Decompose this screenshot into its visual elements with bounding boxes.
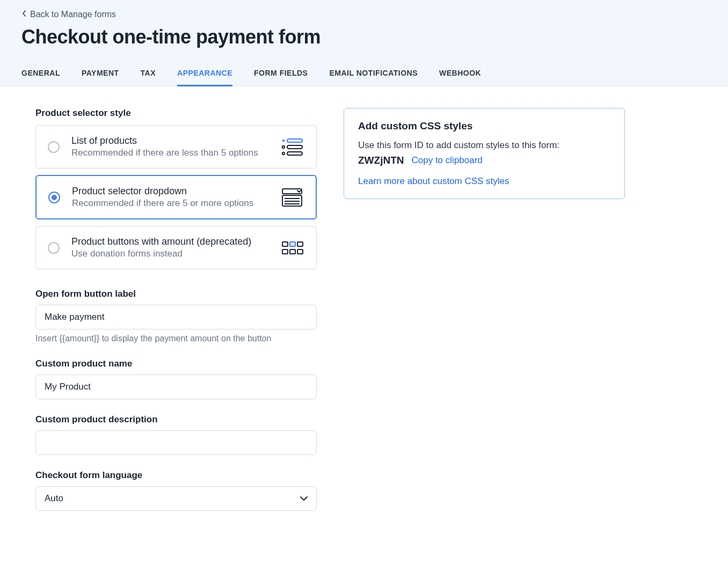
svg-rect-16 xyxy=(297,250,303,254)
tab-form-fields[interactable]: FORM FIELDS xyxy=(254,63,308,86)
open-form-button-help: Insert {{amount}} to display the payment… xyxy=(35,334,317,343)
checkout-language-label: Checkout form language xyxy=(35,470,317,481)
dropdown-style-icon xyxy=(280,188,304,207)
svg-rect-11 xyxy=(282,242,288,246)
checkout-language-value: Auto xyxy=(45,493,63,504)
svg-point-4 xyxy=(282,152,285,154)
radio-icon xyxy=(48,141,60,153)
custom-product-description-input[interactable] xyxy=(35,430,317,455)
svg-point-0 xyxy=(282,139,285,141)
tab-webhook[interactable]: WEBHOOK xyxy=(439,63,481,86)
option-title: Product selector dropdown xyxy=(72,186,268,197)
svg-rect-1 xyxy=(287,139,302,142)
product-selector-style-label: Product selector style xyxy=(35,108,317,119)
open-form-button-input[interactable] xyxy=(35,305,317,329)
radio-icon xyxy=(48,242,60,254)
svg-rect-15 xyxy=(290,250,295,254)
page-title: Checkout one-time payment form xyxy=(21,26,707,48)
tab-general[interactable]: GENERAL xyxy=(21,63,60,86)
form-id-value: ZWZjNTN xyxy=(358,155,404,166)
option-subtitle: Recommended if there are 5 or more optio… xyxy=(72,198,268,209)
chevron-left-icon xyxy=(21,10,27,19)
custom-css-panel: Add custom CSS styles Use this form ID t… xyxy=(344,108,625,199)
option-subtitle: Recommended if there are less than 5 opt… xyxy=(71,148,269,158)
custom-product-name-input[interactable] xyxy=(35,375,317,399)
buttons-style-icon xyxy=(281,241,304,255)
css-panel-title: Add custom CSS styles xyxy=(358,120,610,132)
style-option-dropdown[interactable]: Product selector dropdown Recommended if… xyxy=(35,175,317,219)
style-option-buttons[interactable]: Product buttons with amount (deprecated)… xyxy=(35,226,317,269)
option-title: Product buttons with amount (deprecated) xyxy=(71,236,269,247)
learn-more-css-link[interactable]: Learn more about custom CSS styles xyxy=(358,176,509,186)
back-link-label: Back to Manage forms xyxy=(30,10,116,19)
tab-email-notifications[interactable]: EMAIL NOTIFICATIONS xyxy=(329,63,418,86)
tab-payment[interactable]: PAYMENT xyxy=(82,63,119,86)
open-form-button-label: Open form button label xyxy=(35,289,317,299)
radio-icon xyxy=(48,192,60,203)
css-panel-desc: Use this form ID to add custom styles to… xyxy=(358,138,610,152)
custom-product-description-label: Custom product description xyxy=(35,414,317,425)
option-title: List of products xyxy=(71,135,269,146)
back-to-manage-forms-link[interactable]: Back to Manage forms xyxy=(21,10,116,19)
copy-form-id-button[interactable]: Copy to clipboard xyxy=(411,155,482,166)
tab-appearance[interactable]: APPEARANCE xyxy=(177,63,232,86)
svg-rect-3 xyxy=(287,145,302,149)
product-selector-style-group: List of products Recommended if there ar… xyxy=(35,125,317,269)
svg-rect-5 xyxy=(287,152,302,155)
svg-rect-13 xyxy=(297,242,303,246)
svg-rect-14 xyxy=(282,250,288,254)
svg-rect-12 xyxy=(290,242,295,246)
checkout-language-select[interactable]: Auto xyxy=(35,486,317,511)
option-subtitle: Use donation forms instead xyxy=(71,248,269,259)
style-option-list[interactable]: List of products Recommended if there ar… xyxy=(35,125,317,168)
tab-tax[interactable]: TAX xyxy=(141,63,156,86)
svg-point-2 xyxy=(282,145,285,148)
tab-bar: GENERAL PAYMENT TAX APPEARANCE FORM FIEL… xyxy=(21,63,707,86)
custom-product-name-label: Custom product name xyxy=(35,358,317,369)
list-style-icon xyxy=(281,138,304,156)
